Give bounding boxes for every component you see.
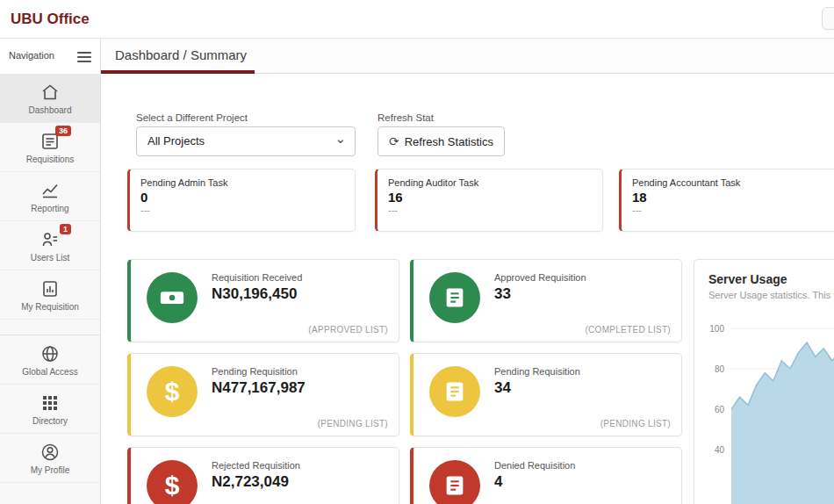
stat-card-title: Requisition Received <box>212 272 302 283</box>
server-usage-subtitle: Server Usage statistics. This func <box>708 290 834 300</box>
server-usage-panel: Server Usage Server Usage statistics. Th… <box>694 259 834 504</box>
stat-card-value: 33 <box>494 285 511 303</box>
sidebar-item-label: Dashboard <box>29 105 72 115</box>
y-axis-tick: 40 <box>703 445 724 455</box>
refresh-button-label: Refresh Statistics <box>405 135 493 148</box>
sidebar: Dashboard 36 Requisitions Reporting 1 Us… <box>0 74 101 504</box>
server-usage-title: Server Usage <box>708 272 834 286</box>
task-card-note: --- <box>140 205 344 215</box>
stat-card-value: 4 <box>494 473 502 491</box>
home-icon <box>40 82 61 103</box>
stat-card-link[interactable]: (APPROVED LIST) <box>308 325 388 335</box>
approved-requisition-card[interactable]: Approved Requisition 33 (COMPLETED LIST) <box>410 259 682 342</box>
pending-auditor-task-card[interactable]: Pending Auditor Task 16 --- <box>375 169 603 232</box>
sidebar-item-label: Global Access <box>22 367 77 377</box>
y-axis-tick: 60 <box>703 405 724 414</box>
stat-card-value: 34 <box>494 379 511 397</box>
y-axis-tick: 80 <box>703 364 724 374</box>
y-axis-tick: 100 <box>703 324 724 334</box>
journal-icon <box>429 272 480 323</box>
stat-card-title: Rejected Requisition <box>212 460 300 471</box>
top-tab-bar: Navigation Dashboard / Summary <box>0 39 834 74</box>
sidebar-item-label: Reporting <box>31 204 68 213</box>
requisition-received-card[interactable]: Requisition Received N30,196,450 (APPROV… <box>127 259 399 342</box>
sidebar-item-label: Users List <box>31 253 69 263</box>
stat-card-title: Pending Requisition <box>494 366 580 377</box>
stat-card-title: Denied Requisition <box>494 460 575 471</box>
requisitions-badge: 36 <box>55 126 71 137</box>
stat-card-value: N477,167,987 <box>212 379 306 397</box>
dollar-icon: $ <box>147 460 198 504</box>
page-title: Dashboard / Summary <box>115 39 247 72</box>
sidebar-divider <box>0 320 100 335</box>
profile-icon <box>40 442 61 463</box>
task-card-title: Pending Accountant Task <box>632 177 834 188</box>
stat-card-value: N2,723,049 <box>212 473 289 491</box>
journal-icon <box>429 366 480 417</box>
hamburger-icon[interactable] <box>77 49 91 61</box>
server-usage-chart-wrap: 100 80 60 40 <box>703 323 834 504</box>
header-partial-button[interactable] <box>822 7 834 30</box>
stat-card-link[interactable]: (COMPLETED LIST) <box>585 325 671 335</box>
project-select-value: All Projects <box>147 134 205 148</box>
main-content: Select a Different Project All Projects … <box>101 74 834 504</box>
stat-card-title: Pending Requisition <box>212 366 298 377</box>
chevron-down-icon: ⌄ <box>334 125 346 153</box>
stat-card-value: N30,196,450 <box>212 285 297 303</box>
users-icon: 1 <box>40 229 61 250</box>
app-title: UBU Office <box>11 0 90 39</box>
sidebar-item-my-requisition[interactable]: My Requisition <box>0 270 100 320</box>
project-select-label: Select a Different Project <box>136 112 248 123</box>
journal-icon <box>429 460 480 504</box>
banknote-icon <box>147 272 198 323</box>
globe-icon <box>40 343 61 364</box>
task-card-value: 16 <box>388 190 592 205</box>
server-usage-area <box>731 330 834 504</box>
server-usage-chart <box>731 323 834 504</box>
task-card-value: 18 <box>632 190 834 205</box>
sidebar-item-my-profile[interactable]: My Profile <box>0 434 100 483</box>
sidebar-item-reporting[interactable]: Reporting <box>0 172 100 221</box>
sidebar-item-label: Directory <box>32 416 68 426</box>
sidebar-item-global-access[interactable]: Global Access <box>0 335 100 385</box>
stat-card-link[interactable]: (PENDING LIST) <box>600 419 671 428</box>
stat-card-link[interactable]: (PENDING LIST) <box>318 419 388 428</box>
task-card-value: 0 <box>140 190 344 205</box>
rejected-requisition-card[interactable]: $ Rejected Requisition N2,723,049 <box>127 447 399 504</box>
pending-accountant-task-card[interactable]: Pending Accountant Task 18 --- <box>619 169 834 232</box>
pending-requisition-amount-card[interactable]: $ Pending Requisition N477,167,987 (PEND… <box>127 353 399 436</box>
task-card-note: --- <box>388 205 592 215</box>
project-select[interactable]: All Projects ⌄ <box>136 126 356 156</box>
refresh-stat-label: Refresh Stat <box>377 112 434 123</box>
app-window: UBU Office Navigation Dashboard / Summar… <box>0 0 834 504</box>
sidebar-item-label: Requisitions <box>26 155 74 164</box>
task-card-title: Pending Admin Task <box>140 177 344 188</box>
refresh-icon: ⟳ <box>389 134 399 148</box>
pending-admin-task-card[interactable]: Pending Admin Task 0 --- <box>127 169 356 232</box>
users-list-badge: 1 <box>60 224 71 235</box>
sidebar-item-dashboard[interactable]: Dashboard <box>0 74 100 123</box>
sidebar-item-label: My Profile <box>31 465 69 475</box>
denied-requisition-card[interactable]: Denied Requisition 4 (DENIED LIST) <box>410 447 682 504</box>
task-card-title: Pending Auditor Task <box>388 177 592 188</box>
navigation-label: Navigation <box>9 39 54 73</box>
sidebar-item-users-list[interactable]: 1 Users List <box>0 221 100 270</box>
sidebar-item-label: My Requisition <box>21 302 79 312</box>
report-chart-icon <box>40 180 61 201</box>
my-requisition-icon <box>40 278 61 299</box>
sidebar-item-directory[interactable]: Directory <box>0 385 100 434</box>
grid-icon <box>40 392 61 414</box>
requisitions-icon: 36 <box>40 131 61 152</box>
sidebar-item-requisitions[interactable]: 36 Requisitions <box>0 123 100 172</box>
pending-requisition-count-card[interactable]: Pending Requisition 34 (PENDING LIST) <box>410 353 682 436</box>
dollar-icon: $ <box>147 366 198 417</box>
stat-card-title: Approved Requisition <box>494 272 586 283</box>
refresh-statistics-button[interactable]: ⟳Refresh Statistics <box>377 126 505 156</box>
app-header: UBU Office <box>0 0 834 39</box>
navigation-tab[interactable]: Navigation <box>0 39 101 74</box>
task-card-note: --- <box>632 205 834 215</box>
